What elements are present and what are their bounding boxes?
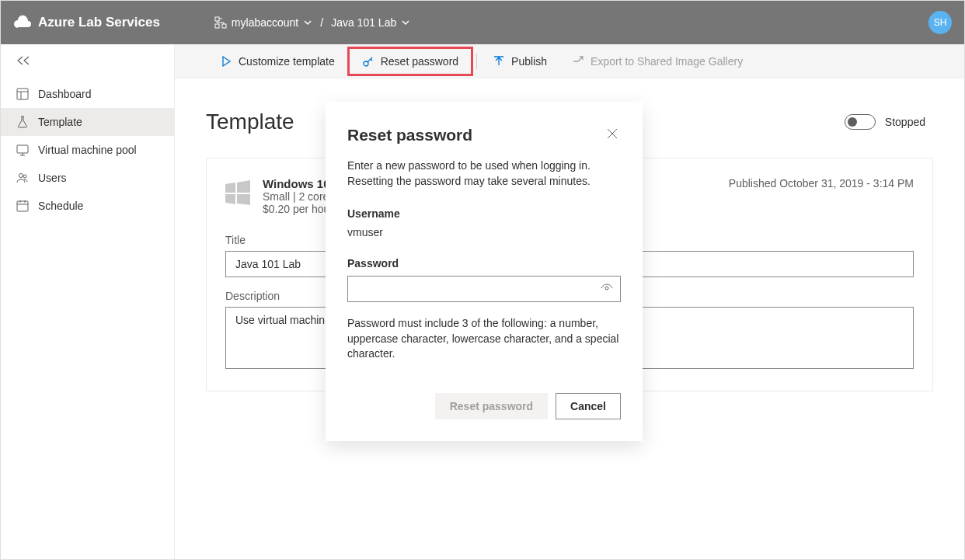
users-icon — [16, 172, 29, 184]
vm-state-label: Stopped — [885, 116, 925, 128]
password-hint: Password must include 3 of the following… — [347, 316, 621, 362]
vm-state-toggle[interactable] — [845, 114, 876, 130]
dialog-close-button[interactable] — [604, 123, 621, 146]
sidebar-item-label: Schedule — [38, 200, 83, 212]
username-value: vmuser — [347, 226, 621, 238]
sidebar-item-label: Virtual machine pool — [38, 144, 137, 156]
dialog-title: Reset password — [347, 126, 604, 144]
sidebar-item-dashboard[interactable]: Dashboard — [1, 80, 174, 108]
sidebar-item-template[interactable]: Template — [1, 108, 174, 136]
breadcrumb: mylabaccount / Java 101 Lab — [214, 16, 410, 29]
upload-icon — [493, 55, 505, 68]
flask-icon — [16, 116, 29, 128]
network-icon — [214, 16, 227, 29]
username-label: Username — [347, 207, 621, 220]
play-icon — [220, 55, 232, 68]
sidebar-item-label: Users — [38, 172, 67, 184]
sidebar-item-users[interactable]: Users — [1, 164, 174, 192]
svg-rect-0 — [215, 17, 219, 21]
brand-text: Azure Lab Services — [38, 15, 160, 30]
sidebar-collapse-button[interactable] — [1, 44, 174, 80]
password-input[interactable] — [347, 276, 621, 302]
svg-point-6 — [23, 175, 26, 178]
sidebar: Dashboard Template Virtual machine pool … — [1, 44, 175, 559]
monitor-icon — [16, 144, 29, 156]
chevron-double-left-icon — [16, 55, 32, 66]
sidebar-item-label: Template — [38, 116, 82, 128]
brand-logo[interactable]: Azure Lab Services — [13, 13, 160, 32]
breadcrumb-lab[interactable]: Java 101 Lab — [331, 16, 410, 29]
azure-cloud-icon — [13, 13, 32, 32]
sidebar-item-schedule[interactable]: Schedule — [1, 192, 174, 220]
reveal-password-icon[interactable] — [601, 281, 613, 295]
svg-point-9 — [605, 287, 608, 290]
dashboard-icon — [16, 88, 29, 100]
breadcrumb-account[interactable]: mylabaccount — [214, 16, 312, 29]
calendar-icon — [16, 200, 29, 212]
chevron-down-icon — [401, 18, 410, 27]
customize-template-button[interactable]: Customize template — [207, 49, 347, 74]
close-icon — [607, 128, 618, 139]
svg-rect-1 — [222, 24, 226, 28]
svg-rect-3 — [17, 89, 28, 99]
sidebar-item-vmpool[interactable]: Virtual machine pool — [1, 136, 174, 164]
reset-password-dialog: Reset password Enter a new password to b… — [326, 102, 643, 441]
toolbar-divider — [476, 54, 477, 69]
top-header: Azure Lab Services mylabaccount / Java 1… — [1, 1, 964, 44]
avatar[interactable]: SH — [928, 11, 952, 34]
svg-point-5 — [19, 174, 23, 178]
export-icon — [572, 55, 584, 68]
cancel-button[interactable]: Cancel — [556, 393, 621, 419]
reset-password-button[interactable]: Reset password — [347, 47, 473, 76]
breadcrumb-separator: / — [320, 16, 323, 29]
svg-rect-7 — [17, 201, 28, 211]
sidebar-item-label: Dashboard — [38, 88, 92, 100]
key-icon — [362, 55, 375, 68]
svg-rect-2 — [215, 24, 219, 28]
reset-password-submit-button: Reset password — [435, 393, 548, 419]
password-label: Password — [347, 257, 621, 270]
chevron-down-icon — [303, 18, 312, 27]
publish-button[interactable]: Publish — [480, 49, 559, 74]
export-button: Export to Shared Image Gallery — [559, 49, 755, 74]
svg-rect-4 — [17, 145, 28, 153]
dialog-description: Enter a new password to be used when log… — [347, 158, 621, 189]
windows-icon — [225, 180, 250, 205]
vm-published-date: Published October 31, 2019 - 3:14 PM — [729, 177, 914, 190]
